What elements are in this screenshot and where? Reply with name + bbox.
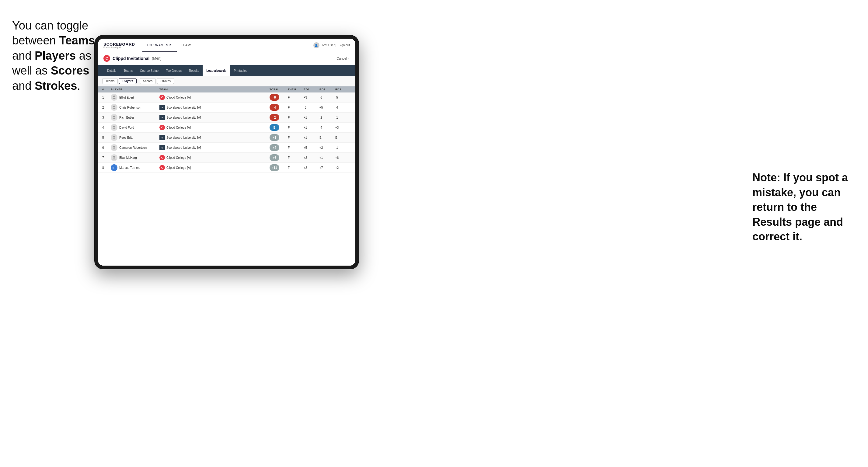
tab-details[interactable]: Details (103, 65, 120, 76)
thru: F (288, 156, 304, 159)
nav-right: 👤 Test User | Sign out (313, 42, 350, 49)
svg-point-4 (113, 126, 115, 127)
tab-results[interactable]: Results (185, 65, 203, 76)
rd1: +1 (304, 136, 319, 139)
player-name-cell: Elliot Ebert (111, 94, 159, 101)
rank: 1 (102, 96, 111, 99)
rd1: +5 (304, 146, 319, 149)
total-score: +11 (270, 164, 288, 171)
total-score: -4 (270, 104, 288, 111)
rd3: -5 (335, 96, 351, 99)
rd2: -2 (319, 116, 335, 119)
bold-players: Players (35, 49, 76, 62)
rd1: +2 (304, 166, 319, 169)
total-score: -8 (270, 94, 288, 101)
tab-leaderboards[interactable]: Leaderboards (203, 65, 230, 76)
rd1: +3 (304, 96, 319, 99)
table-row: 3 Rich Butler S Scoreboard University [A… (98, 113, 355, 123)
team-cell: S Scoreboard University [A] (159, 105, 226, 110)
thru: F (288, 166, 304, 169)
col-total: TOTAL (270, 88, 288, 91)
team-cell: C Clippd College [A] (159, 125, 226, 130)
rd2: -4 (319, 126, 335, 129)
player-name-cell: Rich Butler (111, 114, 159, 121)
player-avatar: MT (111, 164, 118, 171)
team-logo: S (159, 115, 165, 120)
leaderboard-table: # PLAYER TEAM TOTAL THRU RD1 RD2 RD3 1 E… (98, 86, 355, 266)
cancel-button[interactable]: Cancel × (337, 57, 350, 60)
team-name: Scoreboard University [A] (166, 136, 201, 139)
rd1: -5 (304, 106, 319, 109)
player-name-cell: David Ford (111, 124, 159, 131)
col-player: PLAYER (111, 88, 159, 91)
bold-scores: Scores (51, 64, 89, 77)
team-cell: C Clippd College [A] (159, 165, 226, 170)
nav-links: TOURNAMENTS TEAMS (143, 39, 313, 52)
nav-tournaments[interactable]: TOURNAMENTS (143, 39, 177, 52)
nav-teams[interactable]: TEAMS (177, 39, 197, 52)
tab-teams[interactable]: Teams (120, 65, 136, 76)
tournament-header: C Clippd Invitational (Men) Cancel × (98, 52, 355, 65)
tournament-name: Clippd Invitational (113, 56, 149, 61)
tablet-screen: SCOREBOARD Powered by clippd TOURNAMENTS… (98, 39, 355, 266)
thru: F (288, 136, 304, 139)
thru: F (288, 96, 304, 99)
tab-course-setup[interactable]: Course Setup (136, 65, 162, 76)
sign-out[interactable]: Sign out (339, 43, 350, 47)
rank: 6 (102, 146, 111, 149)
thru: F (288, 116, 304, 119)
team-cell: S Scoreboard University [A] (159, 115, 226, 120)
team-name: Clippd College [A] (166, 96, 191, 99)
tournament-logo: C (103, 55, 110, 62)
rank: 8 (102, 166, 111, 169)
sub-tab-players[interactable]: Players (119, 78, 136, 84)
svg-point-1 (113, 96, 115, 97)
table-row: 6 Cameron Robertson S Scoreboard Univers… (98, 143, 355, 153)
player-avatar (111, 144, 118, 151)
sub-tab-teams[interactable]: Teams (102, 78, 118, 84)
player-name: Elliot Ebert (119, 96, 134, 99)
rd3: -4 (335, 106, 351, 109)
table-header: # PLAYER TEAM TOTAL THRU RD1 RD2 RD3 (98, 86, 355, 92)
table-row: 2 Chris Robertson S Scoreboard Universit… (98, 102, 355, 113)
col-rd1: RD1 (304, 88, 319, 91)
player-name: Chris Robertson (119, 106, 141, 109)
user-name: Test User | (322, 43, 337, 47)
tournament-title: C Clippd Invitational (Men) (103, 55, 161, 62)
thru: F (288, 106, 304, 109)
player-avatar (111, 154, 118, 161)
sub-tab-scores[interactable]: Scores (140, 78, 156, 84)
rank: 3 (102, 116, 111, 119)
player-avatar (111, 124, 118, 131)
rd2: +1 (319, 156, 335, 159)
rd2: +7 (319, 166, 335, 169)
player-name-cell: Cameron Robertson (111, 144, 159, 151)
rd3: E (335, 136, 351, 139)
left-annotation: You can toggle between Teams and Players… (12, 18, 97, 93)
rank: 7 (102, 156, 111, 159)
player-avatar (111, 104, 118, 111)
col-rank: # (102, 88, 111, 91)
team-cell: C Clippd College [A] (159, 155, 226, 160)
rd1: +1 (304, 126, 319, 129)
table-row: 8 MT Marcus Turners C Clippd College [A]… (98, 163, 355, 173)
sub-tab-strokes[interactable]: Strokes (157, 78, 174, 84)
total-score: +6 (270, 154, 288, 161)
team-cell: C Clippd College [A] (159, 95, 226, 100)
tab-tee-groups[interactable]: Tee Groups (162, 65, 185, 76)
player-name: Marcus Turners (119, 166, 140, 169)
team-logo: C (159, 95, 165, 100)
team-logo: C (159, 155, 165, 160)
team-logo: C (159, 165, 165, 170)
right-annotation: Note: If you spot a mistake, you can ret… (752, 170, 856, 244)
rd2: E (319, 136, 335, 139)
tab-printables[interactable]: Printables (230, 65, 251, 76)
total-score: E (270, 124, 288, 131)
rd3: +3 (335, 126, 351, 129)
team-logo: S (159, 135, 165, 140)
top-nav: SCOREBOARD Powered by clippd TOURNAMENTS… (98, 39, 355, 52)
col-rd3: RD3 (335, 88, 351, 91)
bold-teams: Teams (59, 34, 95, 47)
svg-point-2 (113, 105, 115, 107)
team-name: Scoreboard University [A] (166, 116, 201, 119)
